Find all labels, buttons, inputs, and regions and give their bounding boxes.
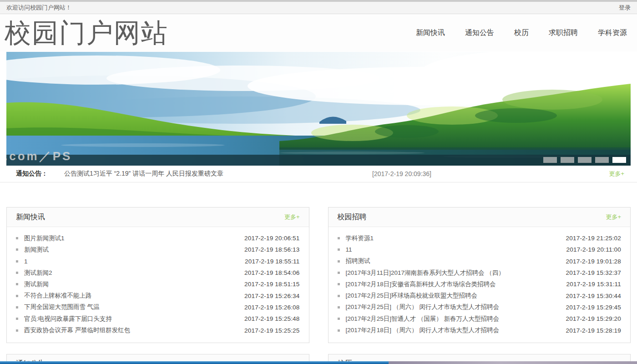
news-panel-header: 新闻快讯 更多+ [7,207,309,227]
list-item[interactable]: 招聘测试2017-2-19 19:01:28 [338,256,622,267]
list-item[interactable]: [2017年2月25日]智通人才 （国展） 新春万人大型招聘会2017-2-19… [338,313,622,324]
bullet-icon [338,306,340,308]
job-link[interactable]: [2017年2月18日]安徽省高新科技人才市场综合类招聘会 [346,280,496,288]
hero-landscape-image [6,52,631,166]
carousel-dot-4[interactable] [595,157,609,163]
bullet-icon [16,306,18,308]
bullet-icon [338,283,340,285]
hero-carousel[interactable]: .com／PS [6,52,631,166]
scrollbar-track[interactable] [389,361,637,364]
login-link[interactable]: 登录 [619,4,631,12]
nav-item-jobs[interactable]: 求职招聘 [549,28,578,38]
jobs-list: 学科资源12017-2-19 21:25:02 112017-2-19 20:1… [329,227,631,343]
scrollbar-thumb[interactable] [0,361,389,364]
nav-item-calendar[interactable]: 校历 [514,28,529,38]
item-date: 2017-2-19 15:26:34 [244,293,299,299]
list-item[interactable]: 图片新闻测试12017-2-19 20:06:51 [16,233,300,244]
news-link[interactable]: 测试新闻 [24,280,49,288]
news-link[interactable]: 图片新闻测试1 [24,234,65,243]
bullet-icon [338,272,340,274]
list-item[interactable]: 112017-2-19 20:11:00 [338,244,622,255]
notice-ticker-bar: 通知公告： 公告测试1习近平 “2.19” 讲话一周年 人民日报发重磅文章 [2… [0,166,637,182]
list-item[interactable]: [2017年2月18日]安徽省高新科技人才市场综合类招聘会2017-2-19 1… [338,278,622,290]
news-link[interactable]: 1 [24,258,28,265]
welcome-text: 欢迎访问校园门户网站！ [6,4,71,12]
job-link[interactable]: [2017年2月25日] （周六） 闵行人才市场大型人才招聘会 [346,303,500,311]
carousel-dot-3[interactable] [578,157,592,163]
item-date: 2017-2-19 15:28:19 [566,327,621,334]
bullet-icon [16,272,18,274]
item-date: 2017-2-19 18:54:06 [244,269,299,276]
notice-label: 通知公告： [16,170,48,178]
bullet-icon [16,260,18,263]
job-link[interactable]: [2017年2月25日]环球场高校就业联盟大型招聘会 [346,292,478,300]
main-nav: 新闻快讯 通知公告 校历 求职招聘 学科资源 [416,28,631,38]
list-item[interactable]: [2017年2月25日] （周六） 闵行人才市场大型人才招聘会2017-2-19… [338,302,622,313]
list-item[interactable]: [2017年2月18日] （周六） 闵行人才市场大型人才招聘会2017-2-19… [338,324,622,336]
item-date: 2017-2-19 15:32:37 [566,269,621,276]
news-panel: 新闻快讯 更多+ 图片新闻测试12017-2-19 20:06:51 新闻测试2… [6,207,309,343]
hero-watermark: .com／PS [6,148,72,164]
item-date: 2017-2-19 15:29:45 [566,304,621,311]
bullet-icon [338,260,340,263]
jobs-panel: 校园招聘 更多+ 学科资源12017-2-19 21:25:02 112017-… [328,207,631,343]
item-date: 2017-2-19 21:25:02 [566,235,621,242]
notice-link[interactable]: 公告测试1习近平 “2.19” 讲话一周年 人民日报发重磅文章 [64,170,223,178]
bullet-icon [16,329,18,332]
carousel-pagination [543,157,626,163]
jobs-more-link[interactable]: 更多+ [606,213,621,221]
site-title: 校园门户网站 [5,14,168,51]
item-date: 2017-2-19 18:55:11 [245,258,299,265]
news-link[interactable]: 西安政协会议开幕 严禁临时组群发红包 [24,326,130,334]
site-header: 校园门户网站 新闻快讯 通知公告 校历 求职招聘 学科资源 [0,14,637,51]
bullet-icon [16,295,18,297]
list-item[interactable]: [2017年2月25日]环球场高校就业联盟大型招聘会2017-2-19 15:3… [338,290,622,301]
list-item[interactable]: 测试新闻22017-2-19 18:54:06 [16,267,300,278]
job-link[interactable]: 11 [346,246,352,253]
jobs-panel-title: 校园招聘 [338,212,367,222]
item-date: 2017-2-19 15:31:11 [566,281,621,288]
list-item[interactable]: 新闻测试2017-2-19 18:56:13 [16,244,300,255]
item-date: 2017-2-19 15:26:08 [244,304,299,311]
list-item[interactable]: [2017年3月11日]2017湖南新春系列大型人才招聘会 （四）2017-2-… [338,267,622,278]
list-item[interactable]: 学科资源12017-2-19 21:25:02 [338,233,622,244]
news-link[interactable]: 下周全国迎大范围雨雪 气温 [24,303,100,311]
job-link[interactable]: [2017年3月11日]2017湖南新春系列大型人才招聘会 （四） [346,269,505,277]
list-item[interactable]: 官员:电视问政暴露下届口头支持2017-2-19 15:25:48 [16,313,300,324]
news-more-link[interactable]: 更多+ [284,213,300,221]
job-link[interactable]: [2017年2月25日]智通人才 （国展） 新春万人大型招聘会 [346,315,500,323]
list-item[interactable]: 西安政协会议开幕 严禁临时组群发红包2017-2-19 15:25:25 [16,324,300,336]
news-link[interactable]: 新闻测试 [24,246,49,254]
bullet-icon [16,237,18,239]
notice-date: [2017-2-19 20:09:36] [372,170,431,177]
notice-more-link[interactable]: 更多+ [609,170,624,178]
job-link[interactable]: 招聘测试 [346,257,370,265]
list-item[interactable]: 不符合上牌标准不能上路2017-2-19 15:26:34 [16,290,300,301]
news-list: 图片新闻测试12017-2-19 20:06:51 新闻测试2017-2-19 … [7,227,309,343]
job-link[interactable]: [2017年2月18日] （周六） 闵行人才市场大型人才招聘会 [346,326,500,334]
list-item[interactable]: 12017-2-19 18:55:11 [16,256,300,267]
carousel-dot-1[interactable] [543,157,557,163]
carousel-dot-5[interactable] [612,157,626,163]
main-content: 新闻快讯 更多+ 图片新闻测试12017-2-19 20:06:51 新闻测试2… [0,207,637,364]
news-link[interactable]: 不符合上牌标准不能上路 [24,292,92,300]
item-date: 2017-2-19 15:25:48 [244,315,299,322]
news-panel-title: 新闻快讯 [16,212,45,222]
nav-item-resources[interactable]: 学科资源 [598,28,627,38]
carousel-dot-2[interactable] [561,157,574,163]
job-link[interactable]: 学科资源1 [346,234,374,243]
nav-item-notices[interactable]: 通知公告 [465,28,494,38]
bullet-icon [338,237,340,239]
item-date: 2017-2-19 19:01:28 [566,258,621,265]
welcome-bar: 欢迎访问校园门户网站！ 登录 [0,2,637,14]
item-date: 2017-2-19 15:29:20 [566,315,621,322]
item-date: 2017-2-19 18:56:13 [244,246,299,253]
news-link[interactable]: 测试新闻2 [24,269,52,277]
bullet-icon [338,329,340,332]
nav-item-news[interactable]: 新闻快讯 [416,28,445,38]
list-item[interactable]: 下周全国迎大范围雨雪 气温2017-2-19 15:26:08 [16,302,300,313]
item-date: 2017-2-19 18:51:15 [244,281,299,288]
horizontal-scrollbar[interactable] [0,361,637,364]
news-link[interactable]: 官员:电视问政暴露下届口头支持 [24,315,112,323]
list-item[interactable]: 测试新闻2017-2-19 18:51:15 [16,278,300,290]
